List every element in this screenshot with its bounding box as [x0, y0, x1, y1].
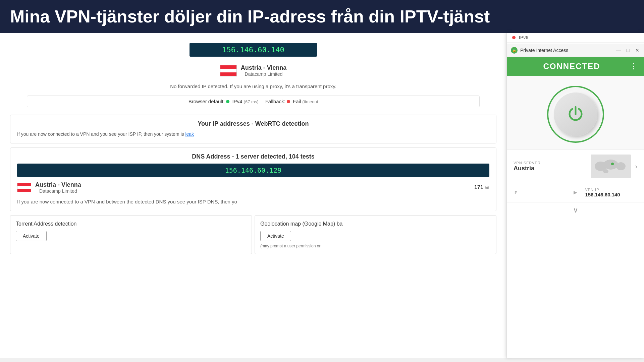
vpn-ip-label: VPN IP	[585, 188, 637, 192]
connected-label: CONNECTED	[514, 62, 630, 71]
ipv6-dot	[512, 36, 516, 39]
svg-point-5	[616, 162, 626, 170]
ip-label: IP	[514, 191, 566, 195]
ipv4-dot	[226, 100, 229, 103]
world-map	[591, 155, 631, 178]
chevron-right-icon[interactable]: ›	[635, 163, 637, 170]
connected-bar: CONNECTED ⋮	[507, 57, 644, 76]
webrtc-desc-text: If you are now connected to a VPN and yo…	[17, 131, 185, 137]
torrent-activate-btn[interactable]: Activate	[16, 231, 47, 241]
ipv6-bar: IPv6	[507, 33, 644, 43]
dns-location-text: Austria - Vienna Datacamp Limited	[35, 181, 81, 194]
server-info-left: VPN SERVER Austria	[514, 161, 587, 172]
dns-section: DNS Address - 1 server detected, 104 tes…	[10, 147, 496, 212]
svg-point-6	[603, 169, 608, 173]
fallback-label: Fallback:	[265, 99, 285, 104]
dns-hit-area: 171 hit	[474, 184, 489, 190]
dns-location-isp: Datacamp Limited	[35, 188, 81, 194]
dns-hit-label: hit	[485, 185, 489, 190]
ip-info: IP ► VPN IP 156.146.60.140	[507, 183, 644, 202]
bottom-cards: Torrent Address detection Activate Geolo…	[10, 215, 496, 254]
ipv6-label: IPv6	[519, 35, 528, 40]
top-location-row: Austria - Vienna Datacamp Limited	[13, 62, 493, 79]
svg-point-4	[603, 160, 618, 170]
server-info: VPN SERVER Austria ›	[507, 149, 644, 183]
three-dots-menu[interactable]: ⋮	[630, 62, 637, 71]
top-location-name: Austria - Vienna	[241, 64, 287, 71]
browser-default-label: Browser default:	[189, 99, 225, 104]
webrtc-desc: If you are now connected to a VPN and yo…	[17, 131, 489, 138]
top-location-isp: Datacamp Limited	[241, 71, 287, 77]
main-content: 156.146.60.140 Austria - Vienna Datacamp…	[0, 33, 644, 358]
server-name: Austria	[514, 165, 587, 172]
torrent-title: Torrent Address detection	[16, 221, 246, 227]
dns-hit-count: 171	[474, 184, 483, 190]
fallback-status: Fallback: Fail (timeout	[265, 99, 318, 104]
torrent-card: Torrent Address detection Activate	[10, 215, 252, 254]
minimize-btn[interactable]: —	[616, 48, 621, 53]
no-forwarded-text: No forwarded IP detected. If you are usi…	[13, 79, 493, 94]
svg-text:🔒: 🔒	[512, 48, 517, 53]
server-label: VPN SERVER	[514, 161, 587, 165]
fallback-fail: Fail	[293, 99, 301, 104]
webrtc-section: Your IP addresses - WebRTC detection If …	[10, 115, 496, 143]
left-panel: 156.146.60.140 Austria - Vienna Datacamp…	[0, 33, 506, 358]
dns-title: DNS Address - 1 server detected, 104 tes…	[17, 153, 489, 160]
pia-title-text: Private Internet Access	[520, 48, 568, 53]
webrtc-link[interactable]: leak	[185, 131, 194, 137]
top-ip-value: 156.146.60.140	[222, 46, 284, 54]
browser-fallback-row: Browser default: IPv4 (67 ms) Fallback: …	[27, 96, 480, 107]
pia-panel: IPv6 🔒 Private Internet Access — □ ✕	[506, 33, 644, 358]
power-area	[507, 76, 644, 149]
fail-dot	[287, 100, 290, 103]
dns-desc: If you are now connected to a VPN and be…	[17, 195, 489, 206]
ip-col-right: VPN IP 156.146.60.140	[585, 188, 637, 197]
pia-title-left: 🔒 Private Internet Access	[511, 47, 568, 54]
geolocation-title: Geolocation map (Google Map) ba	[260, 221, 491, 227]
geolocation-card: Geolocation map (Google Map) ba Activate…	[255, 215, 496, 254]
header-banner: Mina VPN-tjänster döljer din IP-adress f…	[0, 0, 644, 33]
dns-location-name: Austria - Vienna	[35, 181, 81, 188]
webrtc-title: Your IP addresses - WebRTC detection	[17, 120, 489, 127]
geolocation-note: (may prompt a user permission on	[260, 244, 491, 248]
browser-default-status: Browser default: IPv4 (67 ms)	[189, 99, 259, 104]
dns-location-row: Austria - Vienna Datacamp Limited 171 hi…	[17, 180, 489, 195]
top-ip-box: 156.146.60.140	[190, 43, 317, 57]
close-btn[interactable]: ✕	[635, 48, 640, 53]
power-ring	[547, 86, 604, 143]
ip-col-left: IP	[514, 191, 566, 195]
header-title: Mina VPN-tjänster döljer din IP-adress f…	[10, 7, 490, 26]
arrow-right-icon: ►	[573, 189, 579, 196]
restore-btn[interactable]: □	[625, 48, 631, 53]
power-button[interactable]	[554, 93, 597, 136]
browser-ms: (67 ms)	[244, 99, 259, 104]
chevron-down-icon[interactable]: ∨	[573, 206, 578, 215]
top-ip-section: 156.146.60.140 Austria - Vienna Datacamp…	[0, 36, 506, 111]
dns-ip-box: 156.146.60.129	[17, 164, 489, 177]
svg-point-7	[611, 163, 614, 165]
fallback-timeout: (timeout	[302, 99, 318, 104]
austria-flag-top	[220, 65, 237, 76]
austria-flag-dns	[17, 183, 31, 192]
browser-protocol: IPv4	[232, 99, 242, 104]
map-svg	[591, 155, 631, 178]
chevron-down-area[interactable]: ∨	[507, 202, 644, 218]
power-icon	[566, 104, 586, 124]
vpn-ip-value: 156.146.60.140	[585, 192, 637, 197]
pia-app-icon: 🔒	[511, 47, 518, 54]
dns-ip-value: 156.146.60.129	[225, 166, 282, 174]
pia-window-controls: — □ ✕	[616, 48, 640, 53]
geolocation-activate-btn[interactable]: Activate	[260, 231, 291, 241]
pia-titlebar: 🔒 Private Internet Access — □ ✕	[507, 44, 644, 57]
top-location-text: Austria - Vienna Datacamp Limited	[241, 64, 287, 77]
